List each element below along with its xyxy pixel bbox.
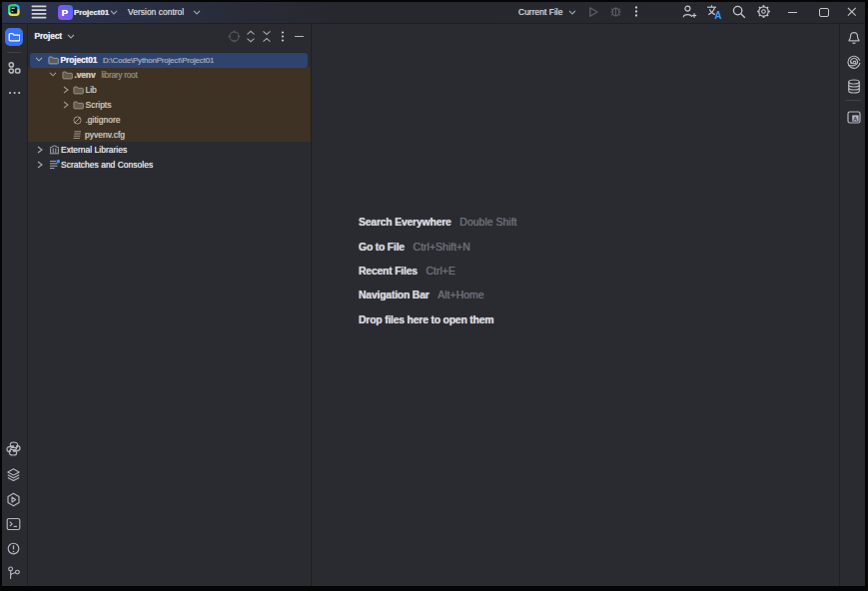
svg-text:A: A [714,10,721,20]
svg-text:A: A [853,116,857,122]
